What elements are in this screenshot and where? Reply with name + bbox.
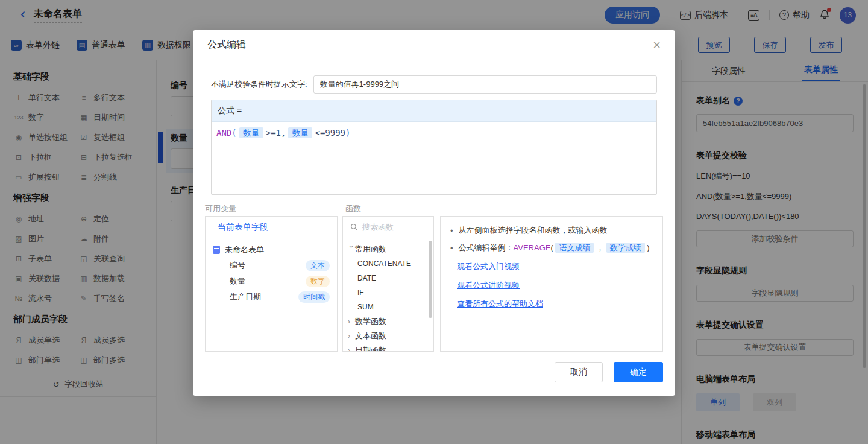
formula-edit-modal: 公式编辑 × 不满足校验条件时提示文字: 公式 = AND(数量>=1,数量<=… xyxy=(193,30,675,396)
modal-title: 公式编辑 xyxy=(207,39,246,51)
example-field-token: 数学成绩 xyxy=(606,243,645,253)
variables-label: 可用变量 xyxy=(205,203,236,214)
variables-panel: 当前表单字段 未命名表单 编号 文本 数量 数字 生产日期 时间戳 xyxy=(205,216,338,352)
variable-quantity[interactable]: 数量 数字 xyxy=(206,273,337,289)
type-badge-timestamp: 时间戳 xyxy=(298,291,330,303)
formula-field-token: 数量 xyxy=(288,127,312,138)
function-group-date[interactable]: › 日期函数 xyxy=(343,343,433,352)
functions-panel: › 常用函数 CONCATENATE DATE IF SUM › 数学函数 › … xyxy=(342,216,434,352)
formula-body[interactable]: AND(数量>=1,数量<=9999) xyxy=(212,122,656,195)
confirm-button[interactable]: 确定 xyxy=(614,362,663,382)
function-group-text[interactable]: › 文本函数 xyxy=(343,329,433,343)
type-badge-text: 文本 xyxy=(306,260,330,271)
function-list-scrollbar[interactable] xyxy=(429,241,432,318)
function-group-math[interactable]: › 数学函数 xyxy=(343,314,433,329)
form-doc-icon xyxy=(213,246,220,254)
prompt-label: 不满足校验条件时提示文字: xyxy=(211,79,307,90)
search-icon xyxy=(350,223,358,231)
function-if[interactable]: IF xyxy=(343,285,433,300)
function-group-common[interactable]: › 常用函数 xyxy=(343,242,433,256)
app-root: ‹ 未命名表单 应用访问 </> 后端脚本 ≡A ? 帮助 13 xyxy=(0,0,868,444)
chevron-down-icon: › xyxy=(347,246,356,253)
help-tip-2: 公式编辑举例：AVERAGE( 语文成绩 ， 数学成绩 ) xyxy=(459,243,650,253)
prompt-input[interactable] xyxy=(313,75,657,94)
functions-label: 函数 xyxy=(345,203,361,214)
type-badge-number: 数字 xyxy=(306,276,330,287)
link-help-docs[interactable]: 查看所有公式的帮助文档 xyxy=(457,299,653,309)
variable-production-date[interactable]: 生产日期 时间戳 xyxy=(206,289,337,305)
formula-editor[interactable]: 公式 = AND(数量>=1,数量<=9999) xyxy=(211,100,657,195)
formula-help-panel: • 从左侧面板选择字段名和函数，或输入函数 • 公式编辑举例：AVERAGE( … xyxy=(440,216,663,352)
formula-field-token: 数量 xyxy=(239,127,263,138)
bullet: • xyxy=(450,226,453,235)
current-form-fields-tab[interactable]: 当前表单字段 xyxy=(206,217,337,238)
chevron-right-icon: › xyxy=(348,346,355,352)
function-date[interactable]: DATE xyxy=(343,271,433,285)
close-icon[interactable]: × xyxy=(653,39,661,52)
link-intro-video[interactable]: 观看公式入门视频 xyxy=(457,261,653,272)
variable-serial[interactable]: 编号 文本 xyxy=(206,258,337,273)
cancel-button[interactable]: 取消 xyxy=(555,362,603,382)
chevron-right-icon: › xyxy=(348,317,355,326)
help-tip-1: 从左侧面板选择字段名和函数，或输入函数 xyxy=(459,225,608,236)
function-concatenate[interactable]: CONCATENATE xyxy=(343,256,433,271)
formula-header: 公式 = xyxy=(212,100,656,122)
function-search-input[interactable] xyxy=(362,223,423,232)
function-sum[interactable]: SUM xyxy=(343,300,433,314)
bullet: • xyxy=(450,244,453,253)
formula-keyword: AND xyxy=(216,128,231,138)
link-advanced-video[interactable]: 观看公式进阶视频 xyxy=(457,280,653,291)
example-field-token: 语文成绩 xyxy=(555,243,594,253)
tree-root-form[interactable]: 未命名表单 xyxy=(206,242,337,258)
chevron-right-icon: › xyxy=(348,332,355,340)
